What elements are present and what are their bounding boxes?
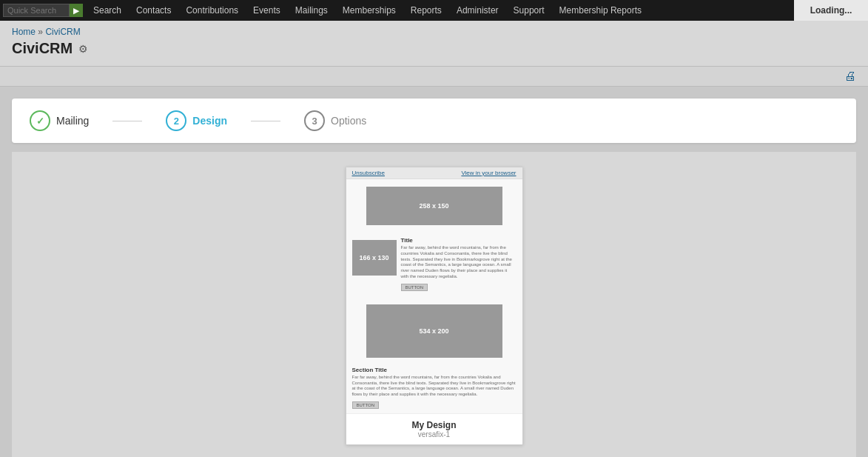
template-footer: My Design versafix-1 xyxy=(346,413,522,444)
step-options-circle: 3 xyxy=(304,110,325,131)
step-mailing-circle: ✓ xyxy=(30,110,50,131)
wide-image-placeholder: 534 x 200 xyxy=(366,304,502,358)
content-body: Far far away, behind the word mountains,… xyxy=(401,245,517,280)
nav-item-search[interactable]: Search xyxy=(86,0,129,21)
breadcrumb-home[interactable]: Home xyxy=(12,27,36,37)
nav-item-membership-reports[interactable]: Membership Reports xyxy=(552,0,649,21)
button2[interactable]: BUTTON xyxy=(352,401,380,409)
settings-icon[interactable]: ⚙ xyxy=(78,43,88,55)
step-options-label: Options xyxy=(331,115,366,127)
step-mailing[interactable]: ✓ Mailing xyxy=(30,110,89,131)
step-mailing-label: Mailing xyxy=(56,115,89,127)
nav-item-events[interactable]: Events xyxy=(246,0,288,21)
template-name: My Design xyxy=(352,420,517,430)
breadcrumb: Home » CiviCRM xyxy=(12,27,856,37)
quick-search-button[interactable]: ▶ xyxy=(70,4,83,17)
page-header: Home » CiviCRM CiviCRM ⚙ xyxy=(0,21,868,67)
content-title: Title xyxy=(401,237,517,244)
breadcrumb-separator: » xyxy=(38,27,43,37)
step-design-label: Design xyxy=(192,115,227,127)
content-text: Title Far far away, behind the word moun… xyxy=(401,237,517,291)
breadcrumb-civicrm[interactable]: CiviCRM xyxy=(45,27,80,37)
template-card[interactable]: Unsubscribe View in your browser 258 x 1… xyxy=(346,167,523,445)
section-body: Far far away, behind the word mountains,… xyxy=(352,375,517,398)
template-sub: versafix-1 xyxy=(352,430,517,438)
quick-search-input[interactable] xyxy=(3,4,70,17)
nav-item-contacts[interactable]: Contacts xyxy=(129,0,178,21)
top-navigation: ▶ Search Contacts Contributions Events M… xyxy=(0,0,868,21)
template-preview: Unsubscribe View in your browser 258 x 1… xyxy=(346,167,522,413)
step-separator-1 xyxy=(112,121,142,121)
loading-indicator: Loading... xyxy=(794,0,868,21)
design-area: Unsubscribe View in your browser 258 x 1… xyxy=(12,152,856,457)
content-row: 166 x 130 Title Far far away, behind the… xyxy=(352,237,517,291)
print-bar: 🖨 xyxy=(0,67,868,87)
step-separator-2 xyxy=(251,121,280,121)
print-icon[interactable]: 🖨 xyxy=(844,70,856,83)
nav-item-support[interactable]: Support xyxy=(506,0,552,21)
button1[interactable]: BUTTON xyxy=(401,284,428,291)
wizard-steps: ✓ Mailing 2 Design 3 Options xyxy=(12,99,856,143)
nav-item-memberships[interactable]: Memberships xyxy=(335,0,403,21)
template-content-section: 166 x 130 Title Far far away, behind the… xyxy=(346,230,522,298)
section-title: Section Title xyxy=(352,367,517,373)
hero-image-placeholder: 258 x 150 xyxy=(366,187,502,225)
template-header-bar: Unsubscribe View in your browser xyxy=(346,167,522,179)
page-title-row: CiviCRM ⚙ xyxy=(12,40,856,57)
template-section: Section Title Far far away, behind the w… xyxy=(346,362,522,413)
step-design-circle: 2 xyxy=(166,110,186,131)
nav-item-mailings[interactable]: Mailings xyxy=(288,0,335,21)
quick-search-form: ▶ xyxy=(0,0,86,21)
thumb-image-placeholder: 166 x 130 xyxy=(352,240,397,276)
nav-item-contributions[interactable]: Contributions xyxy=(178,0,246,21)
unsubscribe-link[interactable]: Unsubscribe xyxy=(352,170,385,176)
nav-item-administer[interactable]: Administer xyxy=(449,0,506,21)
view-browser-link[interactable]: View in your browser xyxy=(461,170,516,176)
step-options[interactable]: 3 Options xyxy=(304,110,366,131)
page-title: CiviCRM xyxy=(12,40,73,57)
step-design[interactable]: 2 Design xyxy=(166,110,227,131)
main-content: ✓ Mailing 2 Design 3 Options Unsubscribe… xyxy=(0,87,868,457)
nav-item-reports[interactable]: Reports xyxy=(403,0,449,21)
